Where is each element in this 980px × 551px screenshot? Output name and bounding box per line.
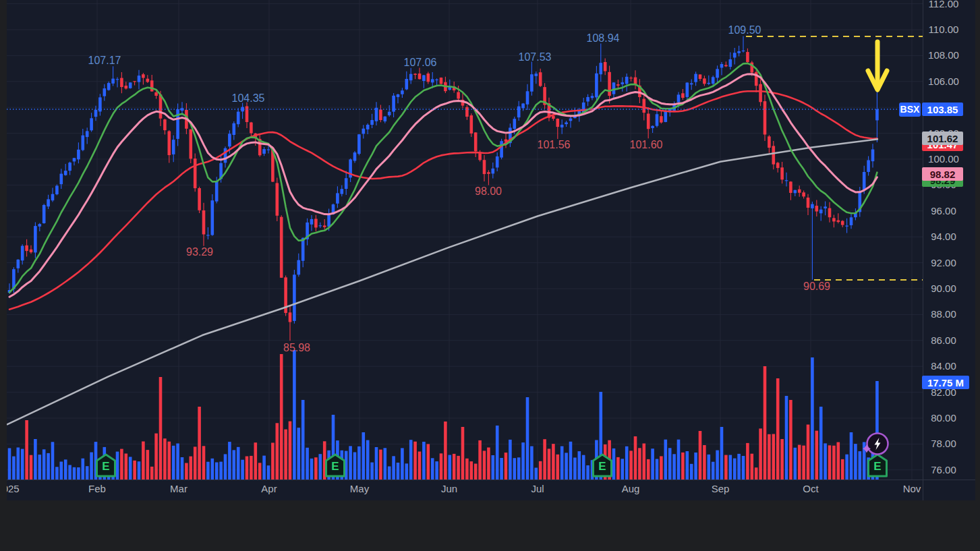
ma-pink-value-tag: 98.82	[922, 167, 963, 181]
ma-red-line	[9, 91, 877, 310]
earnings-icon: E	[94, 453, 117, 478]
time-axis-label: Jun	[441, 483, 457, 494]
time-axis-label: Nov	[903, 483, 921, 494]
price-axis-label: 96.00	[923, 204, 964, 218]
chart-widget: 112.00110.00108.00106.00104.00102.00100.…	[7, 0, 975, 500]
price-annotation[interactable]: 107.53	[519, 51, 552, 63]
price-annotation[interactable]: 101.60	[630, 139, 663, 151]
price-annotation[interactable]: 108.94	[587, 32, 620, 45]
price-axis-label: 88.00	[923, 308, 964, 321]
price-annotation[interactable]: 85.98	[283, 342, 310, 354]
time-axis[interactable]	[7, 480, 975, 500]
svg-text:E: E	[102, 460, 109, 473]
volume-value-tag: 17.75 M	[922, 376, 969, 389]
candle-series	[8, 36, 879, 341]
time-axis-label: Oct	[803, 483, 818, 494]
price-axis-label: 92.00	[923, 256, 964, 270]
price-axis-label: 112.00	[923, 0, 964, 11]
svg-text:E: E	[331, 460, 339, 473]
ma-green-line	[9, 63, 877, 293]
time-axis-label: Sep	[712, 483, 730, 494]
footer: TradingView	[0, 500, 980, 551]
price-axis-label: 86.00	[923, 334, 964, 347]
volume-series	[8, 350, 879, 480]
ma-white-value-tag: 101.62	[922, 132, 963, 145]
price-annotation[interactable]: 104.35	[232, 92, 265, 105]
time-axis-label: Apr	[261, 483, 277, 494]
last-price-tag: 103.85	[922, 103, 963, 116]
earnings-marker[interactable]: E	[324, 453, 347, 481]
price-axis-label: 110.00	[923, 23, 964, 36]
price-annotation[interactable]: 107.17	[88, 55, 121, 67]
chart-canvas[interactable]	[7, 0, 975, 500]
price-axis-label: 108.00	[923, 49, 964, 62]
price-axis-label: 76.00	[923, 463, 964, 477]
time-axis-label: 2025	[7, 483, 20, 494]
price-axis-label: 78.00	[923, 437, 964, 451]
price-annotation[interactable]: 90.69	[803, 281, 830, 293]
time-axis-label: May	[350, 483, 369, 494]
svg-text:E: E	[873, 460, 881, 473]
earnings-icon: E	[324, 453, 347, 478]
price-axis-label: 90.00	[923, 282, 964, 295]
price-annotation[interactable]: 93.29	[186, 246, 213, 258]
price-annotation[interactable]: 101.56	[538, 139, 571, 151]
svg-text:E: E	[598, 460, 606, 473]
price-axis-label: 106.00	[923, 75, 964, 88]
earnings-icon: E	[591, 453, 614, 478]
earnings-marker[interactable]: E	[94, 453, 117, 481]
time-axis-label: Jul	[531, 483, 544, 494]
time-axis-label: Feb	[88, 483, 106, 494]
price-axis-label: 84.00	[923, 359, 964, 373]
symbol-ticker-tag: BSX	[899, 103, 921, 117]
page: { "theme": { "page_bg": "#1e1f22", "char…	[0, 0, 980, 551]
ma-white-line	[7, 139, 878, 424]
price-annotation[interactable]: 98.00	[475, 185, 502, 198]
price-axis-label: 80.00	[923, 411, 964, 425]
time-axis-border	[7, 480, 975, 480]
price-axis-label: 100.00	[923, 152, 964, 166]
price-annotation[interactable]: 107.06	[404, 57, 437, 69]
price-annotation[interactable]: 109.50	[728, 24, 761, 36]
earnings-marker[interactable]: E	[591, 453, 614, 481]
time-axis-label: Aug	[622, 483, 640, 494]
flash-icon[interactable]	[863, 429, 892, 461]
time-axis-label: Mar	[170, 483, 188, 494]
drawing-arrow-down[interactable]	[868, 42, 887, 90]
price-axis-label: 94.00	[923, 230, 964, 243]
